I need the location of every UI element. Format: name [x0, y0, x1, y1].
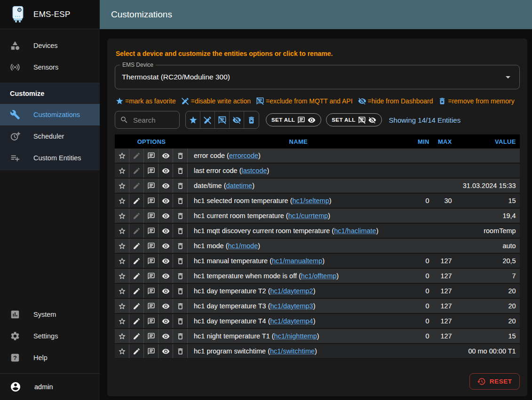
entity-link[interactable]: hc1/nighttemp: [274, 332, 317, 340]
delete-option[interactable]: [173, 164, 188, 178]
ems-device-select[interactable]: EMS Device Thermostat (RC20/Moduline 300…: [115, 65, 520, 89]
visibility-option[interactable]: [159, 284, 173, 298]
visibility-option[interactable]: [159, 179, 173, 193]
edit-option[interactable]: [129, 254, 144, 268]
visibility-option[interactable]: [159, 224, 173, 238]
edit-option[interactable]: [129, 149, 144, 163]
edit-option[interactable]: [129, 164, 144, 178]
entity-link[interactable]: hc1/daytemp3: [270, 302, 313, 310]
favorite-option[interactable]: [115, 329, 129, 343]
reset-button[interactable]: RESET: [469, 373, 520, 390]
favorite-option[interactable]: [115, 314, 129, 328]
sidebar-item-help[interactable]: Help: [0, 347, 100, 369]
entity-name[interactable]: hc1 manual temperature (hc1/manualtemp): [188, 257, 409, 265]
entity-name[interactable]: hc1 temperature when mode is off (hc1/of…: [188, 272, 409, 280]
delete-option[interactable]: [173, 209, 188, 223]
mqtt-exclude-option[interactable]: [144, 149, 159, 163]
favorite-option[interactable]: [115, 194, 129, 208]
set-all-hidden-button[interactable]: SET ALL: [326, 113, 381, 126]
entity-link[interactable]: hc1/manualtemp: [272, 257, 322, 265]
entity-name[interactable]: hc1 mode (hc1/mode): [188, 242, 409, 250]
visibility-option[interactable]: [159, 299, 173, 313]
filter-hide-dashboard-button[interactable]: [230, 111, 244, 128]
sidebar-item-customizations[interactable]: Customizations: [0, 104, 100, 125]
visibility-option[interactable]: [159, 269, 173, 283]
delete-option[interactable]: [173, 314, 188, 328]
sidebar-item-settings[interactable]: Settings: [0, 325, 100, 347]
mqtt-exclude-option[interactable]: [144, 209, 159, 223]
sidebar-item-devices[interactable]: Devices: [0, 35, 100, 56]
edit-option[interactable]: [129, 269, 144, 283]
visibility-option[interactable]: [159, 329, 173, 343]
set-all-visible-button[interactable]: SET ALL: [266, 113, 321, 126]
favorite-option[interactable]: [115, 284, 129, 298]
mqtt-exclude-option[interactable]: [144, 179, 159, 193]
favorite-option[interactable]: [115, 224, 129, 238]
favorite-option[interactable]: [115, 209, 129, 223]
favorite-option[interactable]: [115, 269, 129, 283]
entity-name[interactable]: date/time (datetime): [188, 182, 409, 189]
sidebar-item-system[interactable]: System: [0, 304, 100, 325]
visibility-option[interactable]: [159, 194, 173, 208]
mqtt-exclude-option[interactable]: [144, 329, 159, 343]
entity-name[interactable]: hc1 day temperature T4 (hc1/daytemp4): [188, 317, 409, 325]
visibility-option[interactable]: [159, 164, 173, 178]
entity-link[interactable]: hc1/offtemp: [301, 272, 337, 280]
search-box[interactable]: [115, 111, 180, 129]
filter-exclude-mqtt-button[interactable]: [215, 111, 230, 128]
entity-link[interactable]: datetime: [226, 182, 253, 189]
edit-option[interactable]: [129, 344, 144, 358]
search-input[interactable]: [132, 116, 175, 125]
edit-option[interactable]: [129, 329, 144, 343]
entity-link[interactable]: errorcode: [229, 152, 258, 159]
edit-option[interactable]: [129, 314, 144, 328]
delete-option[interactable]: [173, 149, 188, 163]
delete-option[interactable]: [173, 254, 188, 268]
delete-option[interactable]: [173, 299, 188, 313]
mqtt-exclude-option[interactable]: [144, 224, 159, 238]
mqtt-exclude-option[interactable]: [144, 284, 159, 298]
entity-name[interactable]: error code (errorcode): [188, 152, 409, 159]
delete-option[interactable]: [173, 239, 188, 253]
edit-option[interactable]: [129, 209, 144, 223]
delete-option[interactable]: [173, 194, 188, 208]
mqtt-exclude-option[interactable]: [144, 164, 159, 178]
delete-option[interactable]: [173, 344, 188, 358]
entity-link[interactable]: hc1/daytemp2: [270, 287, 313, 295]
filter-favorite-button[interactable]: [186, 111, 200, 128]
entity-name[interactable]: hc1 program switchtime (hc1/switchtime): [188, 347, 409, 355]
filter-remove-memory-button[interactable]: [244, 111, 259, 128]
favorite-option[interactable]: [115, 149, 129, 163]
entity-name[interactable]: hc1 night temperature T1 (hc1/nighttemp): [188, 332, 409, 340]
entity-link[interactable]: hc1/seltemp: [293, 197, 329, 204]
delete-option[interactable]: [173, 269, 188, 283]
visibility-option[interactable]: [159, 149, 173, 163]
mqtt-exclude-option[interactable]: [144, 344, 159, 358]
entity-name[interactable]: hc1 selected room temperature (hc1/selte…: [188, 197, 409, 204]
favorite-option[interactable]: [115, 164, 129, 178]
sidebar-item-sensors[interactable]: Sensors: [0, 56, 100, 78]
visibility-option[interactable]: [159, 314, 173, 328]
edit-option[interactable]: [129, 194, 144, 208]
mqtt-exclude-option[interactable]: [144, 314, 159, 328]
edit-option[interactable]: [129, 179, 144, 193]
edit-option[interactable]: [129, 284, 144, 298]
entity-name[interactable]: hc1 day temperature T3 (hc1/daytemp3): [188, 302, 409, 310]
delete-option[interactable]: [173, 224, 188, 238]
favorite-option[interactable]: [115, 239, 129, 253]
favorite-option[interactable]: [115, 299, 129, 313]
delete-option[interactable]: [173, 284, 188, 298]
edit-option[interactable]: [129, 239, 144, 253]
sidebar-user-admin[interactable]: admin: [0, 374, 100, 400]
entity-link[interactable]: hc1/mode: [228, 242, 258, 250]
entity-link[interactable]: hc1/switchtime: [270, 347, 315, 355]
sidebar-item-scheduler[interactable]: Scheduler: [0, 125, 100, 147]
favorite-option[interactable]: [115, 179, 129, 193]
entity-link[interactable]: hc1/haclimate: [334, 227, 376, 235]
mqtt-exclude-option[interactable]: [144, 239, 159, 253]
mqtt-exclude-option[interactable]: [144, 254, 159, 268]
entity-name[interactable]: hc1 day temperature T2 (hc1/daytemp2): [188, 287, 409, 295]
visibility-option[interactable]: [159, 239, 173, 253]
entity-name[interactable]: last error code (lastcode): [188, 167, 409, 174]
filter-disable-write-button[interactable]: [200, 111, 215, 128]
